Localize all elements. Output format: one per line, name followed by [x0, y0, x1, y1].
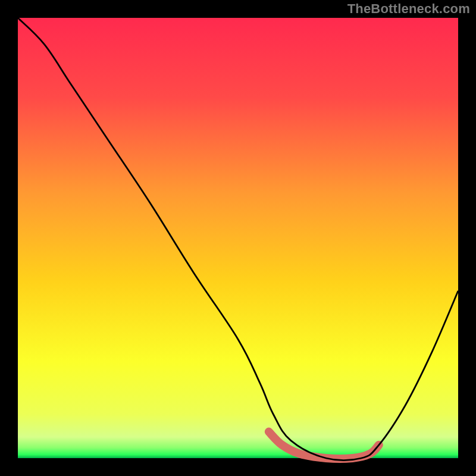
plot-background — [18, 18, 458, 458]
stage: TheBottleneck.com — [0, 0, 476, 476]
chart-svg — [0, 0, 476, 476]
watermark-text: TheBottleneck.com — [347, 1, 470, 17]
